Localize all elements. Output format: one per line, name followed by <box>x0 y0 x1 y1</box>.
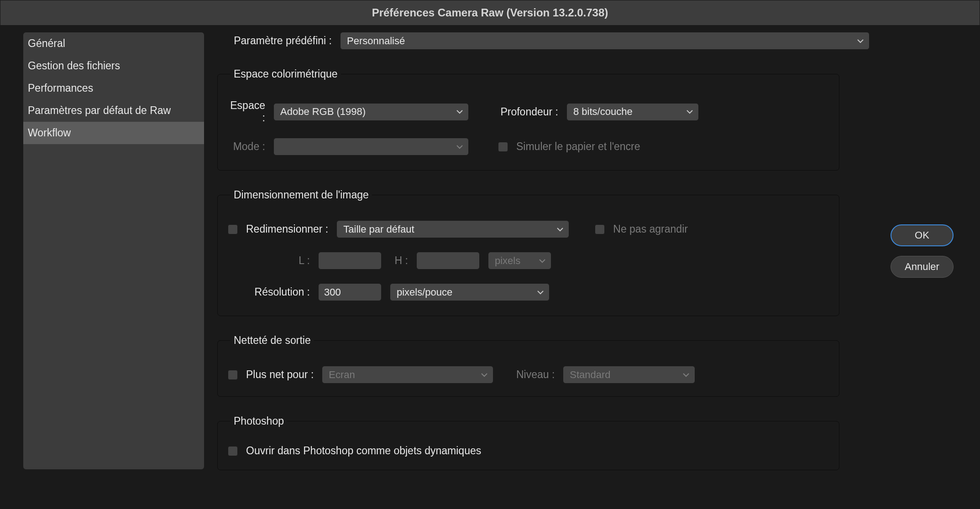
chevron-down-icon <box>687 109 693 114</box>
chevron-down-icon <box>456 109 463 114</box>
space-value: Adobe RGB (1998) <box>280 106 366 118</box>
sidebar: Général Gestion des fichiers Performance… <box>23 32 204 470</box>
height-input <box>416 252 480 270</box>
smart-objects-label: Ouvrir dans Photoshop comme objets dynam… <box>246 445 481 457</box>
ok-button-label: OK <box>915 229 929 241</box>
chevron-down-icon <box>857 39 864 43</box>
sidebar-item-label: Général <box>28 37 65 49</box>
output-sharpen-group: Netteté de sortie Plus net pour : Ecran … <box>217 334 839 397</box>
chevron-down-icon <box>456 145 463 149</box>
simulate-paper-checkbox <box>498 142 508 152</box>
space-select[interactable]: Adobe RGB (1998) <box>273 103 469 121</box>
smart-objects-checkbox[interactable] <box>228 446 238 456</box>
no-enlarge-label: Ne pas agrandir <box>613 223 688 235</box>
mode-select <box>273 138 469 156</box>
resolution-units-value: pixels/pouce <box>397 286 452 298</box>
amount-label: Niveau : <box>502 369 555 381</box>
sharpen-for-label: Plus net pour : <box>246 369 314 381</box>
sharpen-for-select: Ecran <box>322 366 493 384</box>
chevron-down-icon <box>537 290 544 295</box>
cancel-button[interactable]: Annuler <box>891 256 954 278</box>
simulate-paper-label: Simuler le papier et l'encre <box>516 140 640 153</box>
titlebar: Préférences Camera Raw (Version 13.2.0.7… <box>0 0 980 26</box>
no-enlarge-checkbox <box>595 224 605 234</box>
dialog-body: Général Gestion des fichiers Performance… <box>0 26 980 475</box>
sidebar-item-label: Paramètres par défaut de Raw <box>28 104 171 116</box>
chevron-down-icon <box>557 227 563 232</box>
sidebar-item-raw-defaults[interactable]: Paramètres par défaut de Raw <box>23 99 204 122</box>
sidebar-item-workflow[interactable]: Workflow <box>23 122 204 144</box>
sharpen-for-checkbox[interactable] <box>228 370 238 380</box>
depth-label: Profondeur : <box>485 106 558 118</box>
size-units-value: pixels <box>495 255 520 267</box>
resize-label: Redimensionner : <box>246 223 328 235</box>
title-text: Préférences Camera Raw (Version 13.2.0.7… <box>372 6 608 19</box>
resize-value: Taille par défaut <box>343 223 414 235</box>
chevron-down-icon <box>539 259 545 263</box>
output-sharpen-legend: Netteté de sortie <box>231 334 314 347</box>
depth-value: 8 bits/couche <box>573 106 633 118</box>
resolution-units-select[interactable]: pixels/pouce <box>390 283 550 301</box>
sidebar-item-file-handling[interactable]: Gestion des fichiers <box>23 55 204 77</box>
resize-select[interactable]: Taille par défaut <box>336 220 569 238</box>
cancel-button-label: Annuler <box>905 261 939 273</box>
image-sizing-legend: Dimensionnement de l'image <box>231 189 372 201</box>
image-sizing-group: Dimensionnement de l'image Redimensionne… <box>217 189 839 316</box>
dialog-buttons: OK Annuler <box>891 224 964 278</box>
camera-raw-prefs-dialog: Préférences Camera Raw (Version 13.2.0.7… <box>0 0 980 509</box>
space-label: Espace : <box>228 99 265 124</box>
photoshop-legend: Photoshop <box>231 415 287 427</box>
amount-select: Standard <box>563 366 695 384</box>
preset-value: Personnalisé <box>347 35 405 47</box>
colorspace-legend: Espace colorimétrique <box>231 68 341 80</box>
sidebar-item-performance[interactable]: Performances <box>23 77 204 99</box>
amount-value: Standard <box>570 369 610 381</box>
resolution-label: Résolution : <box>228 286 310 298</box>
height-label: H : <box>390 254 408 267</box>
sidebar-item-label: Performances <box>28 82 93 94</box>
chevron-down-icon <box>481 373 487 377</box>
preset-select[interactable]: Personnalisé <box>340 32 870 50</box>
colorspace-group: Espace colorimétrique Espace : Adobe RGB… <box>217 68 839 171</box>
chevron-down-icon <box>683 373 689 377</box>
mode-label: Mode : <box>228 140 265 153</box>
resize-checkbox[interactable] <box>228 224 238 234</box>
sidebar-item-label: Workflow <box>28 127 71 139</box>
sidebar-item-general[interactable]: Général <box>23 32 204 55</box>
main: Paramètre prédéfini : Personnalisé Espac… <box>217 32 964 475</box>
depth-select[interactable]: 8 bits/couche <box>566 103 699 121</box>
ok-button[interactable]: OK <box>891 224 954 246</box>
resolution-input[interactable] <box>318 283 382 301</box>
photoshop-group: Photoshop Ouvrir dans Photoshop comme ob… <box>217 415 839 470</box>
size-units-select: pixels <box>488 252 551 270</box>
preset-label: Paramètre prédéfini : <box>217 35 332 47</box>
sharpen-for-value: Ecran <box>329 369 355 381</box>
width-input <box>318 252 382 270</box>
width-label: L : <box>228 254 310 267</box>
sidebar-item-label: Gestion des fichiers <box>28 60 120 72</box>
